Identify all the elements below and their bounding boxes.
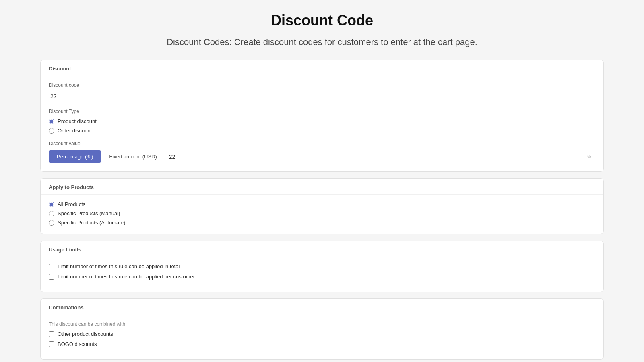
discount-type-radio-group: Product discount Order discount [49,118,595,134]
discount-card: Discount Discount code Discount Type Pro… [40,60,604,172]
radio-specific-manual[interactable]: Specific Products (Manual) [49,210,595,216]
usage-card-body: Limit number of times this rule can be a… [41,257,603,292]
radio-specific-manual-input[interactable] [49,211,54,216]
page-title: Discount Code [40,12,604,29]
radio-all-products-input[interactable] [49,202,54,207]
radio-all-products-label: All Products [58,201,85,207]
page-subtitle: Discount Codes: Create discount codes fo… [40,37,604,47]
checkbox-limit-per-customer-label: Limit number of times this rule can be a… [58,274,195,280]
combinations-card: Combinations This discount can be combin… [40,298,604,360]
apply-products-card: Apply to Products All Products Specific … [40,178,604,234]
apply-card-body: All Products Specific Products (Manual) … [41,195,603,234]
checkbox-limit-per-customer-input[interactable] [49,274,54,280]
checkbox-limit-total-label: Limit number of times this rule can be a… [58,263,180,269]
discount-value-label: Discount value [49,141,595,146]
combinations-description: This discount can be combined with: [49,321,595,327]
usage-limits-card: Usage Limits Limit number of times this … [40,241,604,292]
discount-code-field: Discount code [49,82,595,102]
value-input-wrapper: % [165,154,595,160]
tab-percentage[interactable]: Percentage (%) [49,150,101,163]
value-suffix: % [586,154,591,160]
radio-specific-manual-label: Specific Products (Manual) [58,210,120,216]
discount-card-body: Discount code Discount Type Product disc… [41,76,603,171]
checkbox-bogo-discounts[interactable]: BOGO discounts [49,341,595,347]
checkbox-limit-total-input[interactable] [49,264,54,269]
checkbox-bogo-input[interactable] [49,341,54,347]
checkbox-limit-total[interactable]: Limit number of times this rule can be a… [49,263,595,269]
discount-type-label: Discount Type [49,109,595,114]
radio-order-discount-label: Order discount [58,128,92,134]
combinations-section-title: Combinations [41,299,603,315]
discount-type-group: Discount Type Product discount Order dis… [49,109,595,134]
apply-section-title: Apply to Products [41,179,603,195]
apply-products-radio-group: All Products Specific Products (Manual) … [49,201,595,226]
radio-specific-auto-label: Specific Products (Automate) [58,220,125,226]
radio-specific-auto[interactable]: Specific Products (Automate) [49,220,595,226]
page-container: Discount Code Discount Codes: Create dis… [0,0,644,362]
discount-code-label: Discount code [49,82,595,88]
tab-fixed-amount[interactable]: Fixed amount (USD) [101,150,165,163]
checkbox-other-product-input[interactable] [49,331,54,337]
checkbox-limit-per-customer[interactable]: Limit number of times this rule can be a… [49,274,595,280]
checkbox-bogo-label: BOGO discounts [58,341,97,347]
radio-product-discount-label: Product discount [58,118,97,124]
radio-order-discount-input[interactable] [49,128,54,134]
discount-section-title: Discount [41,60,603,76]
checkbox-other-product-discounts[interactable]: Other product discounts [49,331,595,337]
discount-value-group: Discount value Percentage (%) Fixed amou… [49,141,595,163]
discount-value-row: Percentage (%) Fixed amount (USD) % [49,150,595,163]
radio-product-discount[interactable]: Product discount [49,118,595,124]
combinations-card-body: This discount can be combined with: Othe… [41,315,603,359]
checkbox-other-product-label: Other product discounts [58,331,113,337]
radio-product-discount-input[interactable] [49,119,54,124]
usage-section-title: Usage Limits [41,241,603,257]
radio-order-discount[interactable]: Order discount [49,128,595,134]
discount-value-input[interactable] [169,154,587,160]
radio-all-products[interactable]: All Products [49,201,595,207]
radio-specific-auto-input[interactable] [49,220,54,226]
discount-code-input[interactable] [49,90,595,102]
